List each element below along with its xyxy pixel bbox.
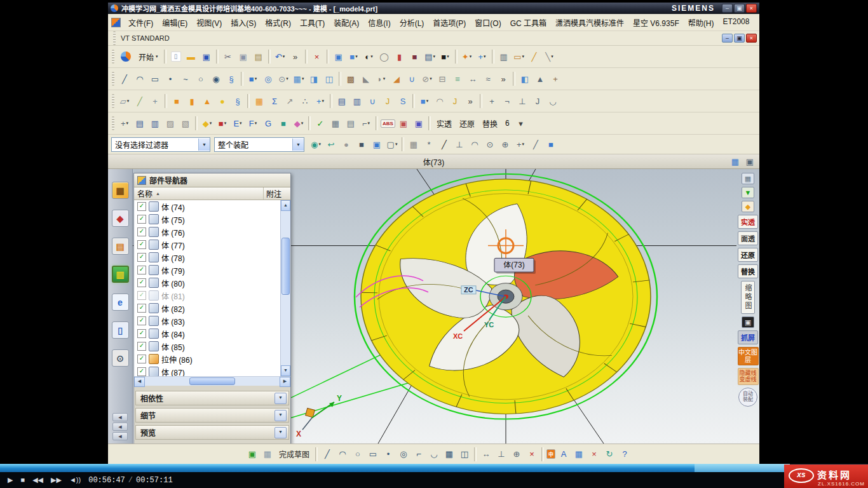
sketch-offset-icon[interactable]: ◎ bbox=[397, 447, 410, 461]
menu-item-9[interactable]: 首选项(P) bbox=[428, 16, 470, 29]
close-button[interactable]: × bbox=[746, 34, 757, 43]
sketch-fillet-icon[interactable]: ◡ bbox=[427, 447, 441, 461]
more-chevron[interactable]: » bbox=[496, 72, 510, 86]
cylinder-icon[interactable]: ▮ bbox=[185, 94, 199, 108]
grid-snap-icon[interactable]: ▦ bbox=[407, 137, 421, 151]
mold-layer2-icon[interactable]: ▣ bbox=[412, 116, 426, 130]
menu-item-4[interactable]: 格式(R) bbox=[261, 16, 295, 29]
quadrant-snap-icon[interactable]: ⊕ bbox=[498, 137, 512, 151]
datum-plane-icon[interactable]: ▱▾ bbox=[118, 94, 132, 108]
close-button[interactable]: × bbox=[746, 4, 757, 13]
abs-icon[interactable]: ABS bbox=[381, 119, 395, 128]
thumb-grid-icon[interactable]: ▦ bbox=[742, 173, 754, 184]
edge-blend-icon[interactable]: ◗▾ bbox=[374, 72, 388, 86]
tree-row[interactable]: ✓体 (87) bbox=[134, 365, 280, 376]
mirror-feature-icon[interactable]: ◧ bbox=[518, 72, 532, 86]
chamfer-icon[interactable]: ◣ bbox=[359, 72, 373, 86]
tree-row[interactable]: ✓体 (77) bbox=[134, 238, 280, 251]
tree-row-checkbox[interactable]: ✓ bbox=[137, 367, 146, 376]
tool-f-icon[interactable]: F▾ bbox=[246, 116, 260, 130]
close-sketch-icon[interactable]: × bbox=[587, 447, 601, 461]
sweep-icon[interactable]: S bbox=[396, 94, 410, 108]
table-icon[interactable]: ▦ bbox=[329, 116, 342, 130]
menu-item-0[interactable]: 文件(F) bbox=[124, 16, 158, 29]
tree-row-checkbox[interactable]: ✓ bbox=[137, 316, 146, 325]
tree-row-checkbox[interactable]: ✓ bbox=[137, 266, 146, 274]
point-snap-icon[interactable]: +▾ bbox=[513, 137, 527, 151]
sketch-grid-icon[interactable]: ▦ bbox=[261, 447, 275, 461]
tree-row[interactable]: ✓体 (78) bbox=[134, 251, 280, 264]
sphere-select-icon[interactable]: ● bbox=[339, 137, 353, 151]
start-menu-button[interactable]: 开始▾ bbox=[135, 50, 162, 64]
add-component-icon[interactable]: ■▾ bbox=[417, 94, 431, 108]
apply-check-icon[interactable]: ✓ bbox=[313, 116, 327, 130]
resource-collapse-button[interactable]: ◀ bbox=[112, 432, 128, 440]
undo-selection-icon[interactable]: ↩ bbox=[324, 137, 338, 151]
ruler-icon[interactable]: ╱ bbox=[527, 50, 541, 64]
sketch-point-icon[interactable]: • bbox=[381, 447, 395, 461]
j-curve2-icon[interactable]: J bbox=[448, 94, 462, 108]
dimension-icon[interactable]: ↔ bbox=[479, 447, 493, 461]
snap-point-icon[interactable]: ✦▾ bbox=[460, 50, 474, 64]
menu-item-6[interactable]: 装配(A) bbox=[329, 16, 363, 29]
menu-item-11[interactable]: GC 工具箱 bbox=[506, 16, 551, 29]
tree-row-checkbox[interactable]: ✓ bbox=[137, 215, 146, 224]
notebook-icon[interactable]: ▤ bbox=[133, 116, 147, 130]
view-orientation-icon[interactable]: ▤▾ bbox=[423, 50, 437, 64]
array-icon[interactable]: ▦ bbox=[252, 94, 266, 108]
thumbnail-button[interactable]: 缩略图 bbox=[741, 281, 755, 314]
intersect-icon[interactable]: ◫ bbox=[322, 72, 336, 86]
refresh-tool-icon[interactable]: ↻ bbox=[602, 447, 616, 461]
tree-row[interactable]: ✓体 (85) bbox=[134, 340, 280, 353]
section-view-icon[interactable]: ▮ bbox=[393, 50, 407, 64]
menu-item-5[interactable]: 工具(T) bbox=[295, 16, 329, 29]
draft-icon[interactable]: ◢ bbox=[390, 72, 403, 86]
mold-layer-icon[interactable]: ▣ bbox=[397, 116, 410, 130]
scroll-up-icon[interactable]: ▲ bbox=[281, 200, 290, 211]
tree-row-checkbox[interactable]: ✓ bbox=[137, 278, 146, 287]
row-overflow-chevron[interactable]: ▾ bbox=[514, 116, 528, 130]
chevron-down-icon[interactable]: ▼ bbox=[292, 139, 304, 151]
auto-assembly-button[interactable]: 自动装配 bbox=[738, 388, 757, 407]
menu-item-15[interactable]: ET2008 bbox=[718, 16, 754, 29]
pattern-feature-icon[interactable]: ▩ bbox=[344, 72, 358, 86]
minimize-button[interactable]: – bbox=[722, 34, 733, 43]
more-chevron[interactable]: » bbox=[463, 94, 477, 108]
sketch-circle-icon[interactable]: ○ bbox=[351, 447, 365, 461]
finish-sketch-label[interactable]: 完成草图 bbox=[279, 449, 309, 459]
shaded-display-icon[interactable]: ■▾ bbox=[347, 50, 361, 64]
assembly-navigator-icon[interactable]: ▦ bbox=[112, 182, 129, 199]
scale-body-icon[interactable]: ↔ bbox=[466, 72, 480, 86]
snap-perp-icon[interactable]: ⊥ bbox=[515, 94, 529, 108]
minimize-button[interactable]: – bbox=[722, 4, 733, 13]
prev-button[interactable]: ◀◀ bbox=[31, 477, 44, 484]
screen-icon[interactable]: ▣ bbox=[742, 316, 754, 328]
preview-section[interactable]: 预览▼ bbox=[135, 425, 289, 440]
web-browser-icon[interactable]: e bbox=[112, 294, 129, 311]
menu-item-12[interactable]: 潇洒模具汽模标准件 bbox=[551, 16, 628, 29]
slash2-snap-icon[interactable]: ╱ bbox=[529, 137, 543, 151]
scroll-down-icon[interactable]: ▼ bbox=[281, 365, 290, 376]
chevron-down-icon[interactable]: ▼ bbox=[198, 139, 210, 151]
restore-button[interactable]: ▣ bbox=[734, 4, 745, 13]
expression-icon[interactable]: Σ bbox=[268, 94, 281, 108]
layer-settings-icon[interactable]: ▥ bbox=[497, 50, 511, 64]
constraint-icon[interactable]: ⊥ bbox=[494, 447, 508, 461]
column-header-name[interactable]: 名称 ▲ bbox=[134, 187, 264, 200]
chevron-down-icon[interactable]: ▼ bbox=[275, 427, 287, 438]
column-header-note[interactable]: 附注 bbox=[264, 188, 290, 199]
tree-row-checkbox[interactable]: ✓ bbox=[137, 342, 146, 351]
diamond-tool-icon[interactable]: ◆▾ bbox=[200, 116, 214, 130]
tree-row-checkbox[interactable]: ✓ bbox=[137, 355, 146, 363]
sheets2-icon[interactable]: ▥ bbox=[350, 94, 364, 108]
delete-constraint-icon[interactable]: × bbox=[525, 447, 539, 461]
restore-button[interactable]: ▣ bbox=[734, 34, 745, 43]
tool-g-icon[interactable]: G bbox=[261, 116, 275, 130]
ellipse-icon[interactable]: ◉ bbox=[209, 72, 223, 86]
new-file-icon[interactable]: ▯ bbox=[169, 50, 183, 64]
more-commands-chevron[interactable]: » bbox=[288, 50, 302, 64]
tree-row[interactable]: ✓拉伸 (86) bbox=[134, 353, 280, 365]
sketch-corner-icon[interactable]: ⌐ bbox=[412, 447, 426, 461]
sketch-pattern-icon[interactable]: ▦ bbox=[442, 447, 456, 461]
replace-button[interactable]: 替换 bbox=[738, 264, 758, 278]
